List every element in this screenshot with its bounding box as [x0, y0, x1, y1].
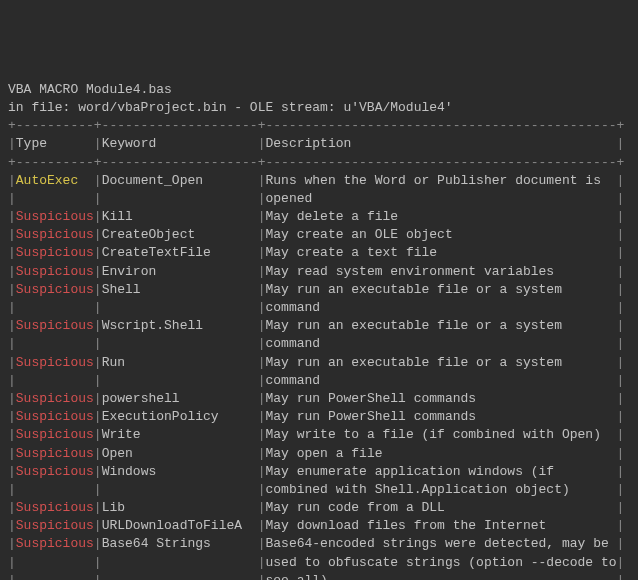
macro-header-line1: VBA MACRO Module4.bas [8, 82, 172, 97]
cell-type: Suspicious [16, 264, 94, 279]
cell-keyword: Document_Open [102, 173, 258, 188]
cell-description: command [265, 373, 616, 388]
col-header-keyword: Keyword [102, 136, 258, 151]
col-header-type: Type [16, 136, 94, 151]
cell-type-cont [16, 573, 94, 580]
cell-description: combined with Shell.Application object) [265, 482, 616, 497]
cell-type: Suspicious [16, 318, 94, 333]
cell-keyword [102, 555, 258, 570]
cell-type: Suspicious [16, 518, 94, 533]
cell-keyword: Lib [102, 500, 258, 515]
cell-keyword [102, 300, 258, 315]
cell-description: May run an executable file or a system [265, 355, 616, 370]
cell-type: AutoExec [16, 173, 94, 188]
cell-keyword: Shell [102, 282, 258, 297]
cell-keyword: Base64 Strings [102, 536, 258, 551]
cell-type: Suspicious [16, 227, 94, 242]
cell-description: May run an executable file or a system [265, 282, 616, 297]
cell-type: Suspicious [16, 409, 94, 424]
cell-description: see all) [265, 573, 616, 580]
cell-description: May run code from a DLL [265, 500, 616, 515]
cell-description: May download files from the Internet [265, 518, 616, 533]
cell-type: Suspicious [16, 355, 94, 370]
cell-keyword: Open [102, 446, 258, 461]
cell-type: Suspicious [16, 391, 94, 406]
cell-description: May delete a file [265, 209, 616, 224]
cell-type: Suspicious [16, 464, 94, 479]
cell-description: May open a file [265, 446, 616, 461]
cell-keyword: CreateTextFile [102, 245, 258, 260]
cell-type-cont [16, 555, 94, 570]
cell-keyword [102, 482, 258, 497]
cell-description: May read system environment variables [265, 264, 616, 279]
cell-type-cont [16, 191, 94, 206]
cell-keyword: Kill [102, 209, 258, 224]
macro-header-line2: in file: word/vbaProject.bin - OLE strea… [8, 100, 453, 115]
cell-keyword [102, 191, 258, 206]
cell-keyword: powershell [102, 391, 258, 406]
cell-description: opened [265, 191, 616, 206]
cell-description: command [265, 336, 616, 351]
col-header-description: Description [265, 136, 616, 151]
cell-type: Suspicious [16, 427, 94, 442]
cell-type: Suspicious [16, 536, 94, 551]
cell-description: May create a text file [265, 245, 616, 260]
cell-type: Suspicious [16, 500, 94, 515]
cell-type: Suspicious [16, 282, 94, 297]
table-separator: +----------+--------------------+-------… [8, 118, 624, 133]
cell-keyword: Wscript.Shell [102, 318, 258, 333]
cell-keyword [102, 373, 258, 388]
cell-description: used to obfuscate strings (option --deco… [265, 555, 616, 570]
cell-description: May enumerate application windows (if [265, 464, 616, 479]
cell-type: Suspicious [16, 245, 94, 260]
cell-description: command [265, 300, 616, 315]
cell-type: Suspicious [16, 209, 94, 224]
cell-keyword: Windows [102, 464, 258, 479]
cell-type-cont [16, 336, 94, 351]
cell-type-cont [16, 300, 94, 315]
terminal-output: VBA MACRO Module4.bas in file: word/vbaP… [8, 81, 630, 580]
cell-type: Suspicious [16, 446, 94, 461]
cell-description: May run PowerShell commands [265, 409, 616, 424]
cell-type-cont [16, 482, 94, 497]
cell-keyword: Run [102, 355, 258, 370]
table-separator: +----------+--------------------+-------… [8, 155, 624, 170]
cell-description: Base64-encoded strings were detected, ma… [265, 536, 616, 551]
cell-description: May write to a file (if combined with Op… [265, 427, 616, 442]
cell-keyword [102, 336, 258, 351]
cell-description: May create an OLE object [265, 227, 616, 242]
cell-keyword [102, 573, 258, 580]
cell-keyword: Environ [102, 264, 258, 279]
cell-keyword: ExecutionPolicy [102, 409, 258, 424]
cell-description: Runs when the Word or Publisher document… [265, 173, 616, 188]
cell-keyword: CreateObject [102, 227, 258, 242]
cell-description: May run an executable file or a system [265, 318, 616, 333]
cell-keyword: Write [102, 427, 258, 442]
cell-keyword: URLDownloadToFileA [102, 518, 258, 533]
cell-description: May run PowerShell commands [265, 391, 616, 406]
cell-type-cont [16, 373, 94, 388]
